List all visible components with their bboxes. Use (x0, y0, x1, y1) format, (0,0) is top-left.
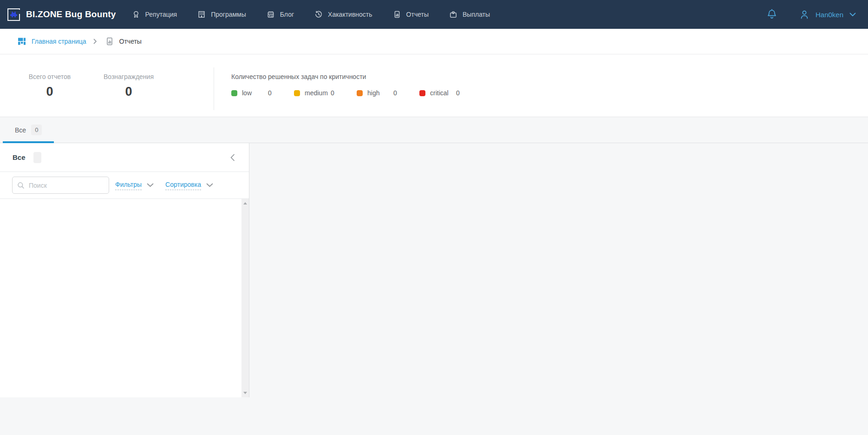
chevron-down-icon (147, 183, 154, 187)
bell-icon (766, 8, 777, 20)
reports-list-panel: Все Фильтры Сортировка (0, 143, 249, 397)
sort-dropdown[interactable]: Сортировка (165, 181, 213, 190)
filters-dropdown[interactable]: Фильтры (115, 181, 154, 190)
legend-item-critical: critical 0 (419, 89, 482, 97)
chevron-down-icon (849, 13, 856, 17)
breadcrumb-current: Отчеты (119, 38, 142, 45)
legend-value: 0 (393, 89, 397, 97)
home-grid-icon (17, 37, 26, 46)
collapse-panel-button[interactable] (230, 154, 235, 161)
brand-title: BI.ZONE Bug Bounty (26, 9, 116, 20)
severity-legend: low 0 medium 0 high 0 critical 0 (231, 89, 482, 97)
username: Han0ken (816, 11, 843, 19)
bizone-logo[interactable] (7, 8, 20, 21)
nav-item-blog[interactable]: Блог (267, 10, 294, 19)
nav-item-programs[interactable]: Программы (197, 10, 246, 19)
medal-icon (132, 10, 140, 19)
navbar-right: Han0ken (766, 8, 856, 20)
severity-block: Количество решенных задач по критичности… (231, 73, 482, 117)
chevron-down-icon (206, 183, 213, 187)
legend-label: medium (305, 89, 331, 97)
filter-row: Фильтры Сортировка (0, 172, 249, 199)
tab-count-badge: 0 (31, 125, 42, 135)
tab-strip: Все 0 (0, 117, 868, 143)
nav-item-label: Программы (211, 11, 246, 18)
bug-icon (10, 12, 17, 18)
tab-all[interactable]: Все 0 (3, 117, 54, 143)
stats-section: Всего отчетов 0 Вознаграждения 0 Количес… (0, 54, 868, 117)
legend-item-medium: medium 0 (294, 89, 357, 97)
notifications-button[interactable] (766, 8, 777, 20)
low-swatch (231, 90, 237, 96)
nav-item-reputation[interactable]: Репутация (132, 10, 177, 19)
nav-item-label: Выплаты (463, 11, 490, 18)
stat-value: 0 (10, 85, 89, 99)
legend-label: high (367, 89, 393, 97)
stat-label: Всего отчетов (10, 73, 89, 80)
panel-header: Все (0, 143, 249, 172)
stat-total-reports: Всего отчетов 0 (10, 73, 89, 117)
legend-label: critical (430, 89, 456, 97)
stat-value: 0 (89, 85, 168, 99)
history-icon (314, 10, 323, 19)
scroll-up-arrow[interactable] (243, 202, 247, 204)
legend-item-high: high 0 (357, 89, 419, 97)
nav-item-label: Хакактивность (328, 11, 372, 18)
vertical-divider (214, 67, 214, 110)
logo-notch (19, 10, 21, 14)
stat-label: Вознаграждения (89, 73, 168, 80)
critical-swatch (419, 90, 425, 96)
nav-item-label: Репутация (145, 11, 177, 18)
nav-item-hackactivity[interactable]: Хакактивность (314, 10, 372, 19)
breadcrumb-home-link[interactable]: Главная страница (32, 38, 86, 45)
severity-title: Количество решенных задач по критичности (231, 73, 482, 80)
top-navbar: BI.ZONE Bug Bounty Репутация (0, 0, 868, 29)
search-icon (17, 182, 25, 189)
legend-value: 0 (268, 89, 272, 97)
nav-item-label: Блог (280, 11, 294, 18)
scroll-down-arrow[interactable] (243, 392, 247, 394)
report-icon (393, 10, 401, 19)
legend-label: low (242, 89, 268, 97)
stat-rewards: Вознаграждения 0 (89, 73, 168, 117)
sort-label: Сортировка (165, 181, 201, 190)
nav-item-reports[interactable]: Отчеты (393, 10, 429, 19)
panel-title: Все (13, 153, 26, 161)
reports-list (0, 199, 249, 397)
panel-count-badge (33, 152, 41, 163)
briefcase-icon (449, 10, 457, 19)
user-icon (799, 9, 810, 20)
report-doc-icon (105, 37, 114, 46)
search-input[interactable] (29, 182, 101, 189)
legend-value: 0 (331, 89, 334, 97)
user-menu[interactable]: Han0ken (799, 9, 856, 20)
filters-label: Фильтры (115, 181, 142, 190)
scrollbar[interactable] (241, 199, 249, 397)
search-box (12, 177, 109, 194)
medium-swatch (294, 90, 300, 96)
building-icon (197, 10, 206, 19)
chevron-left-icon (230, 154, 235, 161)
legend-value: 0 (456, 89, 460, 97)
nav-item-payouts[interactable]: Выплаты (449, 10, 490, 19)
nav-item-label: Отчеты (406, 11, 429, 18)
notepad-icon (267, 10, 275, 19)
high-swatch (357, 90, 363, 96)
main-nav: Репутация Программы (132, 10, 511, 19)
legend-item-low: low 0 (231, 89, 294, 97)
chevron-right-icon (93, 39, 97, 44)
tab-label: Все (15, 126, 26, 134)
breadcrumb: Главная страница Отчеты (0, 29, 868, 54)
